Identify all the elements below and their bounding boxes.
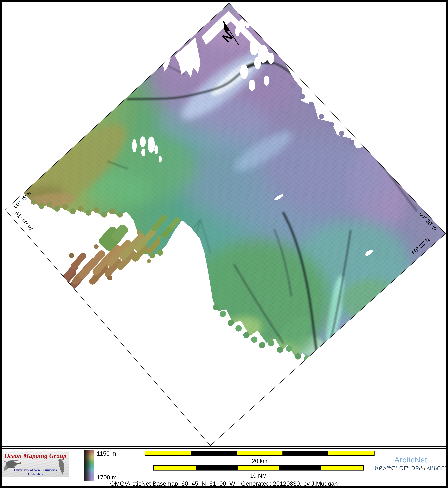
arcticnet-name: ArcticNet — [375, 456, 447, 464]
scalebar-nm-segment — [238, 466, 280, 470]
scalebar-km-segment — [282, 451, 328, 455]
scalebar-nm-segment — [321, 466, 363, 470]
scalebar-km-segment — [237, 451, 282, 455]
basemap-caption-id: OMG/ArcticNet Basemap: 60_45_N_61_00_W — [110, 480, 235, 487]
footer-top-rule — [1, 448, 447, 449]
depth-colorbar — [84, 450, 94, 481]
scalebar-nm — [153, 465, 364, 471]
scalebar-nm-segment — [280, 466, 321, 470]
arcticnet-logo: ArcticNet ᐅᑭᐅᖅᑕᖅᑐᒥᒃ ᑐᑭᓯᓂᐊᖃᑎᒌᑦ — [375, 456, 447, 471]
scalebar-km-segment — [145, 451, 191, 455]
omg-logo: Ocean Mapping Group University of New Br… — [1, 451, 69, 477]
scalebar-km — [145, 451, 375, 456]
basemap-caption: OMG/ArcticNet Basemap: 60_45_N_61_00_WGe… — [0, 480, 448, 487]
arcticnet-inuktitut-name: ᐅᑭᐅᖅᑕᖅᑐᒥᒃ ᑐᑭᓯᓂᐊᖃᑎᒌᑦ — [375, 465, 447, 471]
scalebar-nm-segment — [196, 466, 237, 470]
depth-colorbar-top-label: 1150 m — [97, 450, 116, 457]
scalebar-nm-label: 10 NM — [153, 472, 364, 479]
scalebar-km-label: 20 km — [145, 458, 375, 464]
scalebar-km-segment — [328, 451, 374, 455]
map-bottom-rule — [1, 446, 447, 447]
omg-country: CANADA — [1, 472, 69, 476]
omg-subtitle: University of New Brunswick — [1, 468, 69, 472]
depth-colorbar-bottom-label: 1700 m — [97, 474, 117, 481]
basemap-sheet: N 60° 45' N 61° 00' W 60° 30' W 60° 30' … — [0, 0, 448, 488]
basemap-caption-generated: Generated: 20120830, by J.Muggah — [241, 480, 338, 487]
scalebar-nm-segment — [154, 466, 196, 470]
scalebar-km-segment — [191, 451, 237, 455]
bathymetry-map: N 60° 45' N 61° 00' W 60° 30' W 60° 30' … — [0, 0, 448, 448]
omg-title: Ocean Mapping Group — [1, 452, 69, 459]
